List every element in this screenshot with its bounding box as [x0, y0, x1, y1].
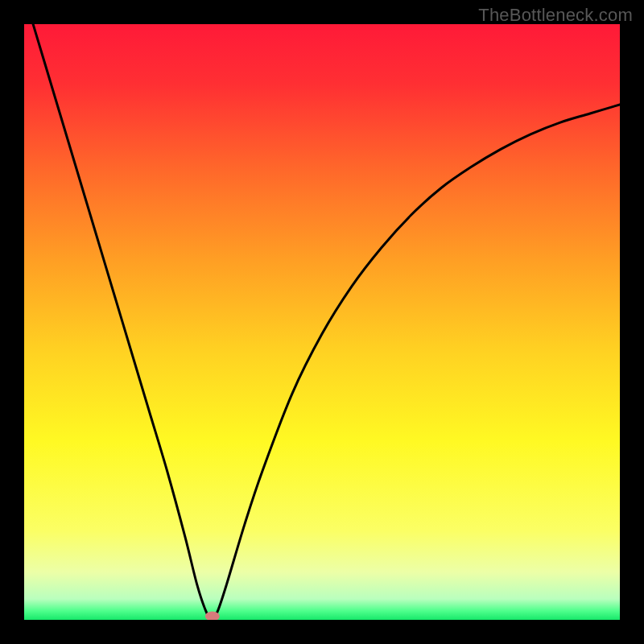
- chart-background-gradient: [24, 24, 620, 620]
- watermark-label: TheBottleneck.com: [478, 5, 633, 26]
- chart-outer-frame: TheBottleneck.com: [0, 0, 644, 644]
- chart-plot-area: [24, 24, 620, 620]
- chart-svg: [24, 24, 620, 620]
